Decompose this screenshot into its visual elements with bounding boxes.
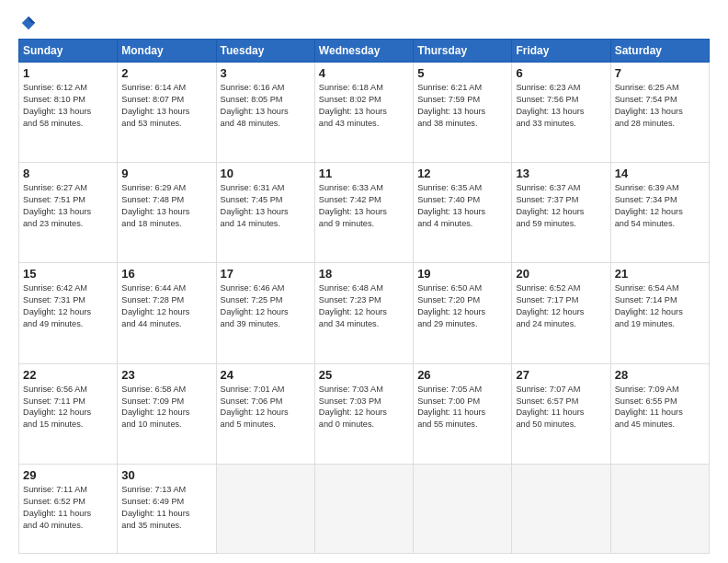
day-number: 2 — [121, 66, 211, 80]
calendar-week-row: 8Sunrise: 6:27 AMSunset: 7:51 PMDaylight… — [19, 163, 710, 263]
day-number: 12 — [417, 167, 507, 180]
day-info: Sunrise: 6:27 AMSunset: 7:51 PMDaylight:… — [23, 182, 113, 230]
header-friday: Friday — [512, 40, 610, 63]
day-info: Sunrise: 6:18 AMSunset: 8:02 PMDaylight:… — [319, 82, 409, 130]
day-info: Sunrise: 6:42 AMSunset: 7:31 PMDaylight:… — [23, 282, 113, 330]
table-row: 18Sunrise: 6:48 AMSunset: 7:23 PMDayligh… — [314, 263, 413, 363]
table-row: 23Sunrise: 6:58 AMSunset: 7:09 PMDayligh… — [118, 363, 216, 464]
day-number: 6 — [516, 66, 606, 80]
table-row — [610, 464, 709, 553]
table-row: 16Sunrise: 6:44 AMSunset: 7:28 PMDayligh… — [118, 263, 216, 363]
table-row: 3Sunrise: 6:16 AMSunset: 8:05 PMDaylight… — [216, 63, 314, 163]
day-number: 23 — [121, 368, 211, 382]
day-number: 19 — [417, 267, 507, 281]
day-info: Sunrise: 6:37 AMSunset: 7:37 PMDaylight:… — [516, 182, 606, 230]
table-row — [512, 464, 610, 553]
header-wednesday: Wednesday — [314, 40, 413, 63]
table-row: 5Sunrise: 6:21 AMSunset: 7:59 PMDaylight… — [414, 63, 512, 163]
day-number: 5 — [417, 66, 507, 80]
day-info: Sunrise: 6:58 AMSunset: 7:09 PMDaylight:… — [121, 384, 211, 431]
day-number: 28 — [615, 368, 705, 382]
day-info: Sunrise: 7:05 AMSunset: 7:00 PMDaylight:… — [417, 384, 507, 431]
table-row: 12Sunrise: 6:35 AMSunset: 7:40 PMDayligh… — [414, 163, 512, 263]
table-row: 11Sunrise: 6:33 AMSunset: 7:42 PMDayligh… — [314, 163, 413, 263]
day-info: Sunrise: 6:23 AMSunset: 7:56 PMDaylight:… — [516, 82, 606, 130]
day-info: Sunrise: 6:56 AMSunset: 7:11 PMDaylight:… — [23, 384, 113, 431]
table-row: 20Sunrise: 6:52 AMSunset: 7:17 PMDayligh… — [512, 263, 610, 363]
table-row: 22Sunrise: 6:56 AMSunset: 7:11 PMDayligh… — [19, 363, 118, 464]
table-row: 19Sunrise: 6:50 AMSunset: 7:20 PMDayligh… — [414, 263, 512, 363]
table-row: 17Sunrise: 6:46 AMSunset: 7:25 PMDayligh… — [216, 263, 314, 363]
calendar-week-row: 15Sunrise: 6:42 AMSunset: 7:31 PMDayligh… — [19, 263, 710, 363]
day-number: 10 — [221, 167, 311, 180]
table-row: 14Sunrise: 6:39 AMSunset: 7:34 PMDayligh… — [610, 163, 709, 263]
day-number: 1 — [23, 66, 113, 80]
table-row — [314, 464, 413, 553]
table-row: 13Sunrise: 6:37 AMSunset: 7:37 PMDayligh… — [512, 163, 610, 263]
day-info: Sunrise: 6:52 AMSunset: 7:17 PMDaylight:… — [516, 282, 606, 330]
table-row: 10Sunrise: 6:31 AMSunset: 7:45 PMDayligh… — [216, 163, 314, 263]
day-info: Sunrise: 7:01 AMSunset: 7:06 PMDaylight:… — [221, 384, 311, 431]
day-number: 25 — [319, 368, 409, 382]
table-row: 30Sunrise: 7:13 AMSunset: 6:49 PMDayligh… — [118, 464, 216, 553]
header-tuesday: Tuesday — [216, 40, 314, 63]
weekday-header-row: Sunday Monday Tuesday Wednesday Thursday… — [19, 40, 710, 63]
page: Sunday Monday Tuesday Wednesday Thursday… — [0, 0, 728, 563]
day-number: 29 — [23, 468, 113, 482]
table-row: 24Sunrise: 7:01 AMSunset: 7:06 PMDayligh… — [216, 363, 314, 464]
day-number: 8 — [23, 167, 113, 180]
table-row: 29Sunrise: 7:11 AMSunset: 6:52 PMDayligh… — [19, 464, 118, 553]
day-number: 20 — [516, 267, 606, 281]
day-info: Sunrise: 6:12 AMSunset: 8:10 PMDaylight:… — [23, 82, 113, 130]
day-number: 3 — [221, 66, 311, 80]
logo-icon — [20, 15, 37, 31]
day-info: Sunrise: 6:44 AMSunset: 7:28 PMDaylight:… — [121, 282, 211, 330]
day-number: 30 — [121, 468, 211, 482]
header-thursday: Thursday — [414, 40, 512, 63]
table-row: 9Sunrise: 6:29 AMSunset: 7:48 PMDaylight… — [118, 163, 216, 263]
day-info: Sunrise: 6:54 AMSunset: 7:14 PMDaylight:… — [615, 282, 705, 330]
day-number: 13 — [516, 167, 606, 180]
table-row: 27Sunrise: 7:07 AMSunset: 6:57 PMDayligh… — [512, 363, 610, 464]
table-row — [414, 464, 512, 553]
day-number: 21 — [615, 267, 705, 281]
day-info: Sunrise: 6:50 AMSunset: 7:20 PMDaylight:… — [417, 282, 507, 330]
day-info: Sunrise: 6:16 AMSunset: 8:05 PMDaylight:… — [221, 82, 311, 130]
day-number: 17 — [221, 267, 311, 281]
header-saturday: Saturday — [610, 40, 709, 63]
day-number: 27 — [516, 368, 606, 382]
table-row — [216, 464, 314, 553]
calendar-table: Sunday Monday Tuesday Wednesday Thursday… — [18, 39, 710, 554]
table-row: 7Sunrise: 6:25 AMSunset: 7:54 PMDaylight… — [610, 63, 709, 163]
day-number: 15 — [23, 267, 113, 281]
table-row: 28Sunrise: 7:09 AMSunset: 6:55 PMDayligh… — [610, 363, 709, 464]
table-row: 25Sunrise: 7:03 AMSunset: 7:03 PMDayligh… — [314, 363, 413, 464]
table-row: 26Sunrise: 7:05 AMSunset: 7:00 PMDayligh… — [414, 363, 512, 464]
header-sunday: Sunday — [19, 40, 118, 63]
day-number: 16 — [121, 267, 211, 281]
day-number: 7 — [615, 66, 705, 80]
table-row: 6Sunrise: 6:23 AMSunset: 7:56 PMDaylight… — [512, 63, 610, 163]
day-number: 26 — [417, 368, 507, 382]
day-info: Sunrise: 6:48 AMSunset: 7:23 PMDaylight:… — [319, 282, 409, 330]
day-info: Sunrise: 6:31 AMSunset: 7:45 PMDaylight:… — [221, 182, 311, 230]
logo — [18, 15, 37, 29]
table-row: 21Sunrise: 6:54 AMSunset: 7:14 PMDayligh… — [610, 263, 709, 363]
day-info: Sunrise: 7:13 AMSunset: 6:49 PMDaylight:… — [121, 484, 211, 532]
table-row: 2Sunrise: 6:14 AMSunset: 8:07 PMDaylight… — [118, 63, 216, 163]
day-number: 22 — [23, 368, 113, 382]
day-info: Sunrise: 6:46 AMSunset: 7:25 PMDaylight:… — [221, 282, 311, 330]
day-number: 11 — [319, 167, 409, 180]
calendar-week-row: 1Sunrise: 6:12 AMSunset: 8:10 PMDaylight… — [19, 63, 710, 163]
day-number: 24 — [221, 368, 311, 382]
day-info: Sunrise: 6:33 AMSunset: 7:42 PMDaylight:… — [319, 182, 409, 230]
day-info: Sunrise: 6:35 AMSunset: 7:40 PMDaylight:… — [417, 182, 507, 230]
day-info: Sunrise: 6:21 AMSunset: 7:59 PMDaylight:… — [417, 82, 507, 130]
header-monday: Monday — [118, 40, 216, 63]
table-row: 1Sunrise: 6:12 AMSunset: 8:10 PMDaylight… — [19, 63, 118, 163]
day-number: 18 — [319, 267, 409, 281]
calendar-week-row: 29Sunrise: 7:11 AMSunset: 6:52 PMDayligh… — [19, 464, 710, 553]
day-info: Sunrise: 7:07 AMSunset: 6:57 PMDaylight:… — [516, 384, 606, 431]
day-number: 4 — [319, 66, 409, 80]
day-number: 14 — [615, 167, 705, 180]
